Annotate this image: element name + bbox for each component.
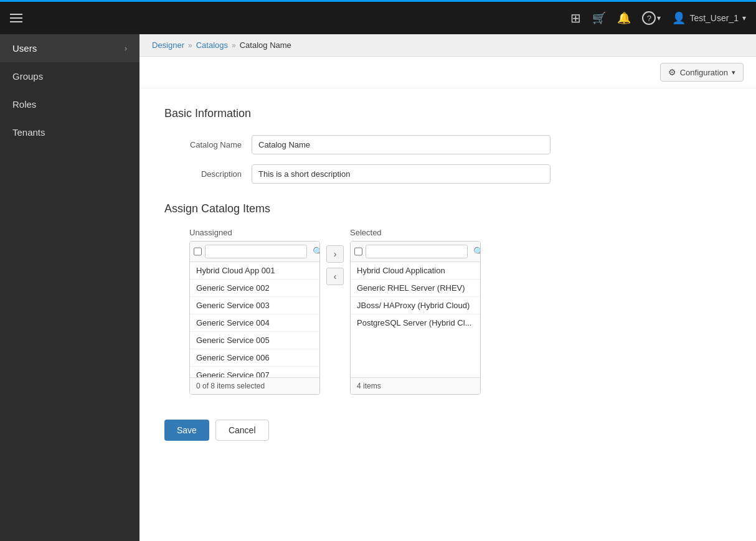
selected-select-all[interactable]: [354, 247, 362, 256]
gear-icon: ⚙: [668, 67, 676, 77]
description-group: Description: [164, 164, 731, 184]
sidebar-item-users[interactable]: Users ›: [0, 34, 139, 62]
selected-list: Hybrid Cloud Application Generic RHEL Se…: [351, 262, 480, 377]
sidebar-item-users-label: Users: [12, 43, 37, 54]
basic-info-title: Basic Information: [164, 107, 731, 120]
transfer-container: Unassigned 🔍 Hybrid Cloud App 001 Generi…: [189, 228, 731, 395]
unassigned-panel: Unassigned 🔍 Hybrid Cloud App 001 Generi…: [189, 228, 320, 395]
config-bar: ⚙ Configuration ▾: [139, 57, 756, 88]
cart-icon[interactable]: 🛒: [592, 11, 606, 25]
sidebar-item-roles-label: Roles: [12, 99, 36, 110]
selected-search-row: 🔍: [351, 242, 480, 262]
help-button[interactable]: ? ▾: [642, 11, 661, 25]
sidebar-item-users-chevron: ›: [125, 44, 127, 53]
unassigned-list: Hybrid Cloud App 001 Generic Service 002…: [190, 262, 319, 377]
list-item[interactable]: Hybrid Cloud Application: [351, 262, 480, 280]
unassigned-search-button[interactable]: 🔍: [310, 245, 320, 258]
sidebar-item-roles[interactable]: Roles: [0, 90, 139, 118]
unassigned-search-input[interactable]: [205, 245, 307, 258]
list-item[interactable]: JBoss/ HAProxy (Hybrid Cloud): [351, 297, 480, 314]
selected-box: 🔍 Hybrid Cloud Application Generic RHEL …: [350, 241, 481, 395]
unassigned-box: 🔍 Hybrid Cloud App 001 Generic Service 0…: [189, 241, 320, 395]
sidebar-item-groups[interactable]: Groups: [0, 62, 139, 90]
breadcrumb-catalogs[interactable]: Catalogs: [196, 40, 228, 50]
unassigned-status: 0 of 8 items selected: [190, 377, 319, 394]
breadcrumb: Designer » Catalogs » Catalog Name: [139, 34, 756, 57]
selected-panel: Selected 🔍 Hybrid Cloud Application Gene…: [350, 228, 481, 395]
layout: Users › Groups Roles Tenants Designer » …: [0, 34, 756, 541]
selected-search-input[interactable]: [366, 245, 468, 258]
description-input[interactable]: [252, 164, 550, 184]
user-chevron: ▾: [742, 14, 746, 22]
list-item[interactable]: Generic Service 003: [190, 297, 319, 314]
top-nav: ⊞ 🛒 🔔 ? ▾ 👤 Test_User_1 ▾: [0, 0, 756, 34]
cancel-button[interactable]: Cancel: [215, 420, 269, 441]
bell-icon[interactable]: 🔔: [617, 11, 631, 25]
configuration-button[interactable]: ⚙ Configuration ▾: [660, 63, 744, 82]
list-item[interactable]: Generic Service 002: [190, 280, 319, 297]
assign-title: Assign Catalog Items: [164, 202, 731, 215]
user-label: Test_User_1: [689, 13, 739, 23]
catalog-name-label: Catalog Name: [164, 140, 252, 149]
sidebar-item-tenants[interactable]: Tenants: [0, 118, 139, 146]
list-item[interactable]: Hybrid Cloud App 001: [190, 262, 319, 280]
assign-section: Assign Catalog Items Unassigned 🔍: [164, 202, 731, 395]
sidebar-item-groups-label: Groups: [12, 71, 43, 82]
list-item[interactable]: Generic Service 004: [190, 314, 319, 332]
sidebar: Users › Groups Roles Tenants: [0, 34, 139, 541]
list-item[interactable]: Generic Service 007: [190, 367, 319, 377]
move-left-button[interactable]: ‹: [326, 268, 344, 285]
help-chevron: ▾: [657, 14, 661, 22]
unassigned-search-row: 🔍: [190, 242, 319, 262]
breadcrumb-designer[interactable]: Designer: [152, 40, 184, 50]
form-area: Basic Information Catalog Name Descripti…: [139, 88, 756, 459]
move-right-button[interactable]: ›: [326, 245, 344, 263]
list-item[interactable]: PostgreSQL Server (Hybrid Cl...: [351, 314, 480, 331]
catalog-name-group: Catalog Name: [164, 135, 731, 154]
breadcrumb-catalog-name: Catalog Name: [240, 40, 291, 50]
list-item[interactable]: Generic RHEL Server (RHEV): [351, 280, 480, 297]
hamburger-menu[interactable]: [10, 14, 22, 22]
catalog-name-input[interactable]: [252, 135, 550, 154]
list-item[interactable]: Generic Service 006: [190, 349, 319, 367]
save-button[interactable]: Save: [164, 420, 209, 441]
grid-icon[interactable]: ⊞: [570, 11, 581, 26]
main-content: Designer » Catalogs » Catalog Name ⚙ Con…: [139, 34, 756, 541]
list-item[interactable]: Generic Service 005: [190, 332, 319, 349]
transfer-buttons: › ‹: [320, 245, 350, 285]
selected-count: 4 items: [351, 377, 480, 394]
unassigned-label: Unassigned: [189, 228, 320, 237]
selected-search-button[interactable]: 🔍: [471, 245, 481, 258]
breadcrumb-sep2: »: [232, 41, 236, 50]
user-menu[interactable]: 👤 Test_User_1 ▾: [672, 11, 746, 25]
unassigned-select-all[interactable]: [194, 247, 202, 256]
config-button-label: Configuration: [680, 68, 728, 77]
config-chevron-icon: ▾: [732, 68, 735, 77]
breadcrumb-sep1: »: [188, 41, 192, 50]
description-label: Description: [164, 169, 252, 179]
action-buttons: Save Cancel: [164, 420, 731, 441]
sidebar-item-tenants-label: Tenants: [12, 127, 45, 138]
selected-label: Selected: [350, 228, 481, 237]
